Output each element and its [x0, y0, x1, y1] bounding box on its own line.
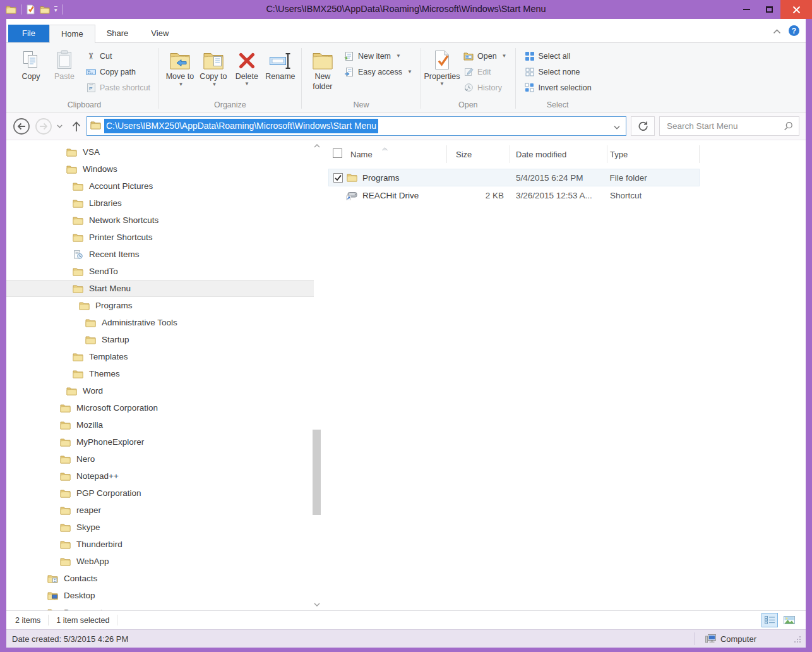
tree-item[interactable]: Themes: [6, 365, 314, 382]
copy-button[interactable]: Copy: [15, 46, 47, 82]
scroll-down-button[interactable]: [311, 600, 322, 609]
select-all-button[interactable]: Select all: [521, 48, 595, 64]
tab-file[interactable]: File: [8, 25, 49, 42]
file-row[interactable]: Programs5/4/2015 6:24 PMFile folder: [328, 169, 700, 186]
tree-item[interactable]: SendTo: [6, 263, 314, 280]
help-button[interactable]: ?: [789, 25, 799, 36]
scrollbar-thumb[interactable]: [313, 430, 321, 515]
tree-item-label: PGP Corporation: [76, 488, 141, 498]
delete-button[interactable]: Delete▼: [231, 46, 263, 88]
qat-customize-chevron-icon[interactable]: ▾: [54, 6, 57, 13]
scroll-up-button[interactable]: [311, 142, 322, 150]
tree-item[interactable]: reaper: [6, 502, 314, 519]
tree-item[interactable]: Programs: [6, 297, 314, 314]
details-info-bar: Date created: 5/3/2015 4:26 PM Computer: [6, 629, 806, 648]
tree-item[interactable]: PGP Corporation: [6, 485, 314, 502]
tree-scrollbar[interactable]: [311, 140, 322, 610]
large-icons-view-button[interactable]: [781, 613, 797, 627]
maximize-button[interactable]: [758, 0, 780, 19]
tree-item[interactable]: Nero: [6, 450, 314, 468]
address-bar[interactable]: C:\Users\IBMX250\AppData\Roaming\Microso…: [87, 116, 626, 136]
paste-button[interactable]: Paste: [49, 46, 80, 82]
details-view-button[interactable]: [761, 613, 778, 627]
easy-access-button[interactable]: Easy access▼: [340, 64, 415, 80]
address-dropdown-button[interactable]: [614, 121, 623, 132]
copy-path-icon: [85, 68, 97, 76]
tree-item[interactable]: Account Pictures: [6, 178, 314, 195]
tree-item[interactable]: MyPhoneExplorer: [6, 433, 314, 450]
minimize-ribbon-button[interactable]: [773, 25, 781, 37]
qat-new-folder-icon[interactable]: [40, 6, 50, 14]
app-explorer-icon[interactable]: [6, 5, 16, 14]
edit-button[interactable]: Edit: [460, 64, 510, 80]
tree-item[interactable]: Templates: [6, 348, 314, 365]
back-button[interactable]: [13, 118, 30, 135]
new-item-button[interactable]: New item▼: [340, 48, 415, 64]
search-icon[interactable]: [784, 121, 793, 131]
move-to-button[interactable]: Move to▼: [164, 46, 196, 88]
tree-item[interactable]: Administrative Tools: [6, 314, 314, 331]
tree-item[interactable]: Notepad++: [6, 468, 314, 485]
column-header-size[interactable]: Size: [447, 145, 510, 163]
history-button[interactable]: History: [460, 80, 510, 95]
rename-button[interactable]: Rename: [265, 46, 296, 82]
resize-grip[interactable]: [794, 636, 801, 643]
ribbon-group-new: New folder New item▼ Easy access▼ New: [302, 45, 421, 112]
up-button[interactable]: [71, 120, 82, 133]
new-folder-button[interactable]: New folder: [307, 46, 338, 92]
close-button[interactable]: [780, 0, 812, 19]
address-path-text[interactable]: C:\Users\IBMX250\AppData\Roaming\Microso…: [104, 119, 378, 133]
status-separator: [48, 615, 49, 625]
open-button[interactable]: Open▼: [460, 48, 510, 64]
column-header-date-modified[interactable]: Date modified: [510, 145, 607, 163]
column-header-name[interactable]: Name: [328, 145, 447, 163]
tab-view[interactable]: View: [140, 25, 180, 42]
row-checkbox[interactable]: [328, 186, 346, 204]
search-input[interactable]: [666, 121, 784, 131]
properties-button[interactable]: Properties▼: [426, 46, 458, 88]
tab-share[interactable]: Share: [95, 25, 140, 42]
recent-locations-button[interactable]: [57, 124, 63, 128]
forward-button[interactable]: [35, 118, 52, 135]
tree-item[interactable]: Start Menu: [6, 280, 314, 297]
tree-item-label: Libraries: [89, 198, 122, 208]
paste-shortcut-button[interactable]: Paste shortcut: [82, 80, 153, 95]
select-none-button[interactable]: Select none: [521, 64, 595, 80]
file-row[interactable]: REACHit Drive2 KB3/26/2015 12:53 A...Sho…: [328, 186, 700, 204]
tree-item[interactable]: Network Shortcuts: [6, 212, 314, 229]
tree-item[interactable]: Printer Shortcuts: [6, 229, 314, 246]
refresh-button[interactable]: [631, 116, 655, 136]
tree-item[interactable]: Contacts: [6, 570, 314, 587]
file-name: REACHit Drive: [362, 191, 419, 200]
copy-to-button[interactable]: Copy to▼: [198, 46, 229, 88]
cut-button[interactable]: ✂ Cut: [82, 48, 153, 64]
tree-item[interactable]: Libraries: [6, 195, 314, 212]
row-checkbox-checked[interactable]: [329, 169, 347, 186]
tree-item[interactable]: Thunderbird: [6, 536, 314, 553]
tree-item[interactable]: Mozilla: [6, 416, 314, 433]
qat-properties-icon[interactable]: [26, 4, 35, 15]
delete-icon: [237, 47, 256, 70]
tree-item[interactable]: WebApp: [6, 553, 314, 570]
invert-selection-button[interactable]: Invert selection: [521, 80, 595, 95]
tree-item[interactable]: Windows: [6, 160, 314, 178]
tree-item[interactable]: VSA: [6, 143, 314, 160]
ribbon-group-open: Properties▼ Open▼ Edit History: [421, 45, 515, 112]
tree-item[interactable]: Microsoft Corporation: [6, 399, 314, 416]
easy-access-icon: [343, 67, 355, 77]
computer-label: Computer: [720, 634, 756, 644]
header-checkbox[interactable]: [333, 148, 342, 160]
tree-item[interactable]: Documents: [6, 604, 314, 610]
copy-path-button[interactable]: Copy path: [82, 64, 153, 80]
tree-item[interactable]: Startup: [6, 331, 314, 348]
tree-item[interactable]: Word: [6, 382, 314, 399]
items-count: 2 items: [15, 616, 40, 625]
folder-icon: [60, 540, 71, 549]
tree-item[interactable]: Recent Items: [6, 246, 314, 263]
tree-item[interactable]: Desktop: [6, 587, 314, 604]
tab-home[interactable]: Home: [49, 25, 95, 43]
search-box[interactable]: [659, 116, 799, 136]
tree-item[interactable]: Skype: [6, 519, 314, 536]
column-header-type[interactable]: Type: [607, 145, 700, 163]
minimize-button[interactable]: [735, 0, 758, 19]
